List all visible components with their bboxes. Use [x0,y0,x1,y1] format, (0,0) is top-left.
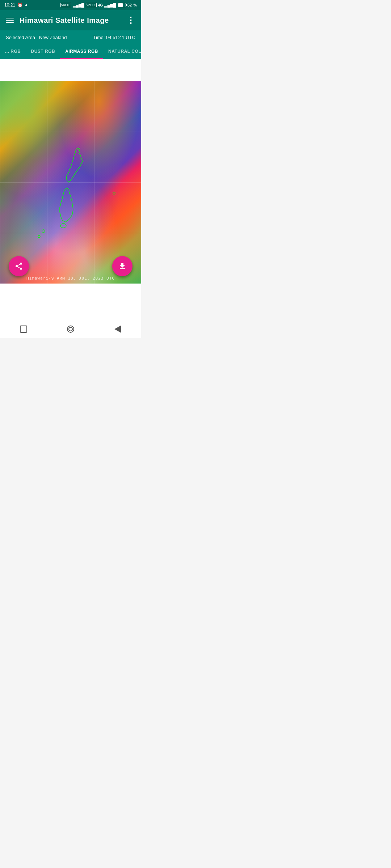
menu-line-2 [6,20,14,21]
satellite-image-container: Himawari-9 ARM 18. JUL. 2023 UTC [0,81,141,284]
share-icon [14,262,23,271]
battery-icon [118,3,126,7]
share-fab[interactable] [9,256,29,276]
whatsapp-icon: ● [25,3,28,8]
image-caption: Himawari-9 ARM 18. JUL. 2023 UTC [26,276,115,281]
loading-area [0,59,141,81]
status-left: 10:21 ⏰ ● [4,3,28,8]
tab-true-rgb[interactable]: ... RGB [0,44,26,59]
home-button[interactable] [65,324,76,335]
download-icon [118,262,127,271]
network-4g: 4G [98,3,103,7]
signal-icon-1: ▂▄▆█ [73,3,84,8]
menu-icon[interactable] [6,18,14,23]
battery-fill [118,3,123,7]
alarm-icon: ⏰ [17,3,23,8]
volte-icon-2: VoLTE [86,3,97,7]
tab-dust-rgb[interactable]: DUST RGB [26,44,60,59]
status-bar: 10:21 ⏰ ● VoLTE ▂▄▆█ VoLTE 4G ▂▄▆█ 62% [0,0,141,10]
menu-line-1 [6,18,14,18]
more-options-icon[interactable]: ⋮ [126,16,135,25]
selected-area-label: Selected Area : New Zealand [6,35,67,40]
info-bar: Selected Area : New Zealand Time: 04:51:… [0,30,141,44]
recent-apps-button[interactable] [18,324,29,335]
bottom-white-area [0,284,141,320]
app-bar: Himawari Satellite Image ⋮ [0,10,141,30]
volte-icon: VoLTE [60,3,71,7]
time-display: 10:21 [4,3,15,8]
battery-percent: 62 [127,3,132,7]
menu-line-3 [6,22,14,23]
back-arrow-icon [114,326,121,333]
time-label: Time: 04:51:41 UTC [93,35,135,40]
bottom-nav [0,320,141,338]
status-right: VoLTE ▂▄▆█ VoLTE 4G ▂▄▆█ 62% [60,3,137,8]
tab-airmass-rgb[interactable]: AIRMASS RGB [60,44,103,59]
download-fab[interactable] [112,256,133,276]
app-title: Himawari Satellite Image [20,16,126,25]
satellite-image [0,81,141,284]
tabs-container: ... RGB DUST RGB AIRMASS RGB NATURAL COL… [0,44,141,59]
square-icon [20,326,27,333]
circle-icon [67,326,74,333]
signal-icon-2: ▂▄▆█ [104,3,116,8]
back-button[interactable] [112,324,123,335]
tab-natural-color[interactable]: NATURAL COLOR [103,44,141,59]
